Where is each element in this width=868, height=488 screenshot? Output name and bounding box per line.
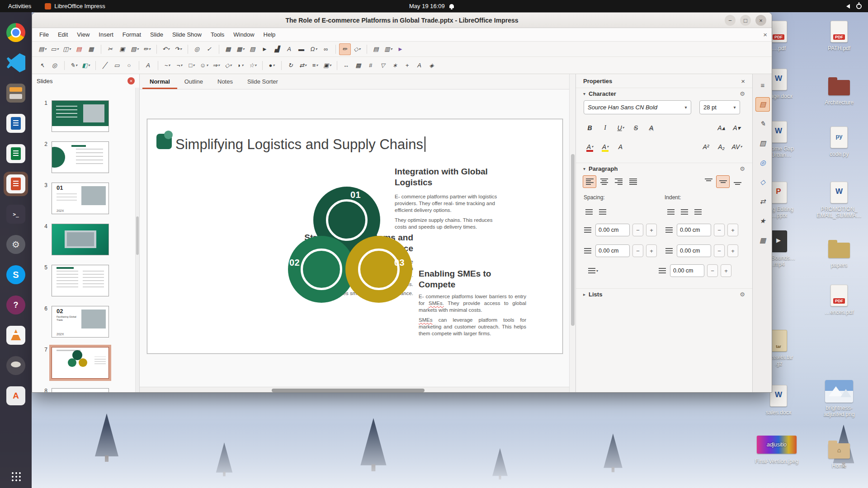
align-right-button[interactable] — [612, 175, 625, 188]
header-footer-icon[interactable]: ▬ — [296, 43, 307, 55]
hanging-indent-button[interactable] — [692, 206, 704, 217]
shapes-icon[interactable]: ◇▾ — [351, 43, 363, 55]
slides-panel-scrollbar[interactable] — [135, 88, 139, 393]
spacing-above-increase-button[interactable]: + — [646, 224, 657, 236]
connector-icon[interactable]: ¬▾ — [174, 60, 185, 71]
open-icon[interactable]: ▭▾ — [49, 43, 61, 55]
font-size-combo[interactable]: ▾ — [699, 100, 740, 114]
software-dock-icon[interactable]: A — [4, 384, 28, 408]
indent-before-field[interactable] — [677, 224, 711, 236]
first-line-indent-input[interactable] — [670, 267, 704, 274]
underline-button[interactable]: U▾ — [613, 121, 628, 134]
desktop-icon-code-py[interactable]: py code.py — [816, 126, 862, 157]
diagram-circle-02[interactable]: 02 — [288, 236, 355, 303]
increase-indent-button[interactable] — [665, 206, 677, 217]
horizontal-scrollbar[interactable] — [140, 387, 569, 393]
chrome-dock-icon[interactable] — [4, 20, 28, 45]
ellipse-icon[interactable]: ○ — [123, 60, 135, 71]
cut-icon[interactable]: ✂ — [104, 43, 116, 55]
stars-icon[interactable]: ☆▾ — [247, 60, 259, 71]
menu-tools[interactable]: Tools — [206, 28, 229, 42]
start-slideshow-icon[interactable]: ► — [395, 43, 406, 55]
menu-window[interactable]: Window — [229, 28, 259, 42]
copy-icon[interactable]: ▣ — [117, 43, 128, 55]
redo-icon[interactable]: ↷▾ — [172, 43, 184, 55]
close-properties-icon[interactable]: × — [741, 77, 745, 85]
properties-deck-icon[interactable]: ▤ — [755, 97, 770, 112]
save-icon[interactable]: ◫▾ — [61, 43, 73, 55]
tab-outline[interactable]: Outline — [177, 74, 210, 89]
chevron-down-icon[interactable]: ▾ — [681, 105, 691, 110]
spacing-above-decrease-button[interactable]: − — [632, 224, 643, 236]
vertical-scrollbar[interactable] — [569, 74, 576, 393]
lists-settings-icon[interactable]: ⚙ — [740, 291, 745, 298]
shadow-button[interactable]: A — [644, 121, 659, 134]
diagram-circle-03[interactable]: 03 — [345, 236, 412, 303]
align-bottom-button[interactable] — [731, 175, 744, 188]
print-icon[interactable]: ▦ — [85, 43, 97, 55]
slide-thumbnail[interactable]: 2 — [32, 141, 135, 173]
minimize-button[interactable]: − — [725, 15, 736, 26]
glue-points-icon[interactable]: + — [401, 60, 413, 71]
center-vertically-button[interactable] — [716, 175, 730, 188]
character-section-header[interactable]: ▾ Character ⚙ — [576, 88, 752, 99]
new-presentation-icon[interactable]: ▤▾ — [37, 43, 48, 55]
close-window-button[interactable]: × — [755, 15, 766, 26]
titlebar[interactable]: The Role of E-commerce Platforms in Glob… — [32, 13, 772, 28]
symbol-shapes-icon[interactable]: ☺▾ — [198, 60, 210, 71]
first-line-indent-field[interactable] — [670, 264, 704, 277]
font-size-input[interactable] — [700, 104, 730, 111]
show-applications-button[interactable] — [10, 471, 21, 482]
menu-slide[interactable]: Slide — [146, 28, 168, 42]
tab-normal[interactable]: Normal — [142, 74, 177, 89]
select-icon[interactable]: ↖ — [37, 60, 48, 71]
vlc-dock-icon[interactable] — [4, 323, 28, 347]
bold-button[interactable]: B — [583, 121, 597, 134]
spacing-below-field[interactable] — [595, 244, 630, 257]
crop-icon[interactable]: # — [365, 60, 377, 71]
increase-paragraph-spacing-button[interactable] — [583, 206, 595, 217]
menu-slide-show[interactable]: Slide Show — [168, 28, 206, 42]
align-objects-icon[interactable]: ≡▾ — [309, 60, 321, 71]
impress-dock-icon[interactable] — [4, 172, 28, 196]
menu-view[interactable]: View — [72, 28, 94, 42]
align-center-button[interactable] — [597, 175, 611, 188]
menu-format[interactable]: Format — [118, 28, 146, 42]
points-icon[interactable]: ∗ — [389, 60, 401, 71]
gallery-deck-icon[interactable]: ▨ — [755, 136, 770, 150]
desktop-icon-path-pdf[interactable]: PDF PATH.pdf — [816, 20, 862, 52]
arrange-icon[interactable]: ▣▾ — [321, 60, 333, 71]
callouts-icon[interactable]: ◗▾ — [235, 60, 246, 71]
export-pdf-icon[interactable]: ▤ — [73, 43, 85, 55]
indent-after-field[interactable] — [677, 244, 711, 257]
decrease-paragraph-spacing-button[interactable] — [596, 206, 609, 217]
focused-app-menu[interactable]: LibreOffice Impress — [39, 3, 110, 9]
find-replace-icon[interactable]: ◎ — [191, 43, 203, 55]
maximize-button[interactable]: □ — [740, 15, 751, 26]
menu-file[interactable]: File — [35, 28, 53, 42]
close-document-icon[interactable]: × — [763, 31, 767, 38]
font-color-button[interactable]: A▾ — [583, 140, 597, 153]
superscript-button[interactable]: A² — [699, 140, 713, 153]
slide-thumbnail[interactable]: 5 — [32, 265, 135, 296]
3d-objects-icon[interactable]: ●▾ — [266, 60, 278, 71]
increase-font-size-button[interactable]: A▴ — [714, 121, 729, 134]
navigator-deck-icon[interactable]: ◎ — [755, 155, 770, 170]
close-slides-panel-icon[interactable]: × — [127, 77, 135, 84]
insert-table-icon[interactable]: ▦▾ — [235, 43, 246, 55]
slide-thumbnail[interactable]: 8 — [32, 388, 135, 393]
paste-icon[interactable]: ▧▾ — [129, 43, 141, 55]
desktop-icon-home-folder[interactable]: ⌂ Home — [816, 437, 862, 469]
first-line-indent-increase-button[interactable]: + — [721, 264, 731, 277]
align-left-button[interactable] — [583, 175, 596, 188]
line-spacing-button[interactable]: ▾ — [583, 265, 604, 276]
indent-after-decrease-button[interactable]: − — [714, 244, 725, 257]
first-line-indent-decrease-button[interactable]: − — [707, 264, 718, 277]
indent-before-increase-button[interactable]: + — [727, 224, 738, 236]
decrease-font-size-button[interactable]: A▾ — [730, 121, 744, 134]
flip-icon[interactable]: ⇄▾ — [297, 60, 309, 71]
fontwork-icon[interactable]: A — [414, 60, 425, 71]
insert-textbox-icon[interactable]: A — [283, 43, 295, 55]
justify-button[interactable] — [626, 175, 640, 188]
desktop-icon-final-version-jpeg[interactable]: adjusitio Final-Version.jpeg — [754, 433, 799, 465]
